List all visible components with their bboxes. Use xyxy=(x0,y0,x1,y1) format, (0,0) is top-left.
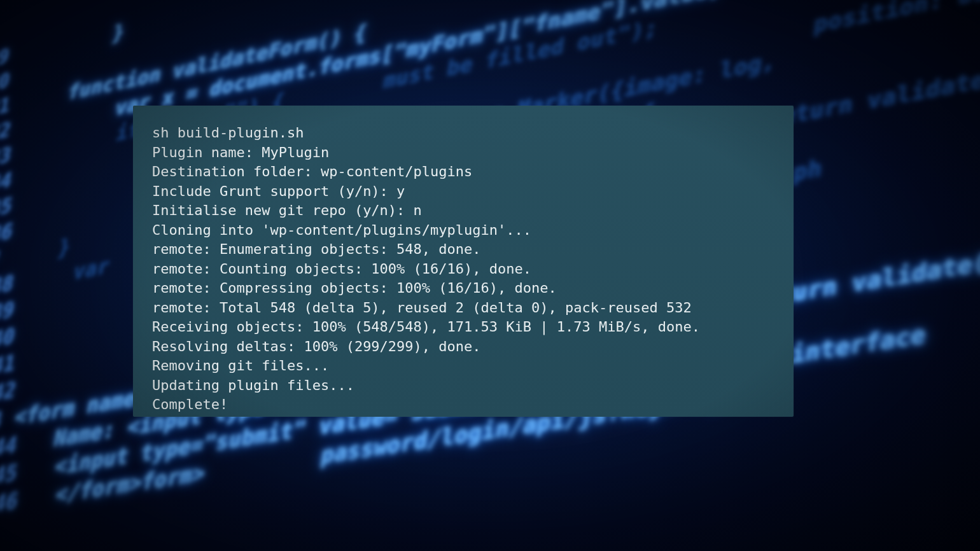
code-text: } xyxy=(20,20,123,66)
terminal-line: remote: Total 548 (delta 5), reused 2 (d… xyxy=(152,298,774,318)
terminal-line: Plugin name: MyPlugin xyxy=(152,143,774,163)
line-number: 34 xyxy=(0,167,10,200)
background-code-line: 29 } xyxy=(0,0,980,76)
terminal-line: remote: Counting objects: 100% (16/16), … xyxy=(152,260,774,279)
line-number: 30 xyxy=(0,68,8,100)
terminal-line: Receiving objects: 100% (548/548), 171.5… xyxy=(152,317,774,337)
terminal-line: Cloning into 'wp-content/plugins/myplugi… xyxy=(152,221,774,241)
terminal-line: Updating plugin files... xyxy=(152,376,774,396)
line-number: 43 xyxy=(0,406,1,437)
line-number: 39 xyxy=(0,296,13,330)
terminal-line: Removing git files... xyxy=(152,356,774,376)
terminal-window[interactable]: sh build-plugin.sh Plugin name: MyPlugin… xyxy=(133,106,794,417)
line-number: 38 xyxy=(0,270,12,303)
terminal-line: Include Grunt support (y/n): y xyxy=(152,182,774,202)
stage: 29 }3031 function validateForm() {32 var… xyxy=(0,0,980,551)
line-number: 32 xyxy=(0,117,10,150)
terminal-line: Initialise new git repo (y/n): n xyxy=(152,201,774,221)
line-number: 46 xyxy=(0,487,17,520)
line-number: 29 xyxy=(0,44,8,76)
line-number: 40 xyxy=(0,323,13,356)
background-code-line: 30 xyxy=(0,0,980,100)
terminal-line: Complete! xyxy=(152,395,774,415)
line-number: 31 xyxy=(0,93,9,125)
terminal-line: remote: Compressing objects: 100% (16/16… xyxy=(152,279,774,298)
terminal-line: Resolving deltas: 100% (299/299), done. xyxy=(152,337,774,357)
line-number: 33 xyxy=(0,143,10,175)
line-number: 36 xyxy=(0,218,11,251)
code-text: function validateForm() { xyxy=(21,20,367,115)
terminal-line: remote: Enumerating objects: 548, done. xyxy=(152,240,774,260)
line-number: 41 xyxy=(0,349,14,382)
terminal-line: sh build-plugin.sh xyxy=(152,123,774,143)
terminal-line: Destination folder: wp-content/plugins xyxy=(152,162,774,182)
line-number: 35 xyxy=(0,193,11,225)
line-number: 44 xyxy=(0,431,15,465)
line-number: 42 xyxy=(0,377,15,410)
line-number: 45 xyxy=(0,459,16,492)
